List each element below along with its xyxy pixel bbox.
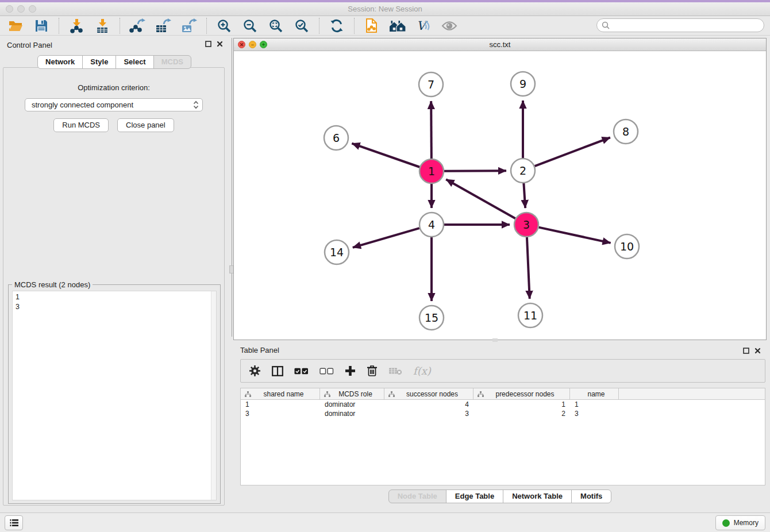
column-header-predecessor-nodes[interactable]: predecessor nodes xyxy=(473,388,570,399)
graph-node-label: 15 xyxy=(425,311,438,324)
column-type-icon xyxy=(245,391,251,397)
network-window-titlebar[interactable]: ✕ − + scc.txt xyxy=(234,38,766,51)
cell-name: 1 xyxy=(570,400,619,408)
network-resize-grip[interactable] xyxy=(492,338,498,342)
graph-edge-2-3[interactable] xyxy=(523,183,525,208)
apply-layout-icon[interactable] xyxy=(328,17,345,34)
cell-name: 3 xyxy=(570,410,619,418)
memory-button[interactable]: Memory xyxy=(715,515,765,530)
node-table: shared name MCDS role successor nodes pr… xyxy=(240,388,765,485)
import-table-icon[interactable] xyxy=(94,17,111,34)
column-header-mcds-role[interactable]: MCDS role xyxy=(320,388,384,399)
zoom-fit-icon[interactable] xyxy=(267,17,284,34)
hide-panel-eye-icon[interactable] xyxy=(441,17,458,34)
network-from-selection-icon[interactable] xyxy=(363,17,380,34)
graph-node-label: 8 xyxy=(622,125,629,138)
tab-motifs[interactable]: Motifs xyxy=(571,489,611,503)
graph-node-label: 3 xyxy=(523,218,530,231)
table-row[interactable]: 1 dominator 4 1 1 xyxy=(241,400,765,409)
deselect-all-rows-icon[interactable] xyxy=(319,368,334,375)
graph-node-label: 10 xyxy=(620,240,634,253)
table-toolbar: f(x) xyxy=(240,359,765,383)
close-panel-icon[interactable] xyxy=(754,348,761,354)
graph-node-label: 4 xyxy=(428,218,435,231)
dropdown-value: strongly connected component xyxy=(32,101,193,109)
column-header-shared-name[interactable]: shared name xyxy=(241,388,320,399)
close-panel-icon[interactable] xyxy=(217,41,223,47)
status-bar: Memory xyxy=(0,512,770,532)
control-panel-title: Control Panel xyxy=(7,41,52,49)
toolbar-separator xyxy=(319,18,319,34)
search-input[interactable] xyxy=(613,20,764,31)
tab-node-table[interactable]: Node Table xyxy=(388,489,446,503)
zoom-selected-icon[interactable] xyxy=(293,17,310,34)
result-scrollbar[interactable] xyxy=(211,291,216,500)
column-type-icon xyxy=(324,391,330,397)
export-table-icon[interactable] xyxy=(155,17,172,34)
mcds-result-group: MCDS result (2 nodes) 1 3 xyxy=(8,284,221,504)
dropdown-stepper-icon xyxy=(193,101,199,109)
cell-successor-nodes: 3 xyxy=(384,410,473,418)
cell-shared-name: 1 xyxy=(241,400,320,408)
titlebar: Session: New Session xyxy=(0,2,770,16)
delete-table-icon[interactable] xyxy=(388,367,402,375)
tab-network-table[interactable]: Network Table xyxy=(503,489,572,503)
export-image-icon[interactable] xyxy=(180,17,198,34)
graph-edge-2-8[interactable] xyxy=(535,137,610,166)
zoom-out-icon[interactable] xyxy=(241,17,259,34)
cell-shared-name: 3 xyxy=(241,410,320,418)
tab-select[interactable]: Select xyxy=(116,55,153,69)
home-icon[interactable] xyxy=(389,17,406,34)
graph-node-label: 11 xyxy=(523,309,537,322)
toolbar-separator xyxy=(354,18,355,34)
column-header-successor-nodes[interactable]: successor nodes xyxy=(384,388,473,399)
select-all-rows-icon[interactable] xyxy=(294,368,309,375)
export-network-icon[interactable] xyxy=(129,17,146,34)
tab-edge-table[interactable]: Edge Table xyxy=(446,489,503,503)
tab-network[interactable]: Network xyxy=(37,55,83,69)
graph-edge-3-11[interactable] xyxy=(527,237,530,299)
toggle-panel-layout-icon[interactable] xyxy=(272,366,283,376)
task-history-button[interactable] xyxy=(5,515,23,530)
control-panel-tabs: Network Style Select MCDS xyxy=(0,55,229,69)
optimization-criterion-dropdown[interactable]: strongly connected component xyxy=(25,98,203,111)
network-graph[interactable]: 7968124314101511 xyxy=(234,51,766,340)
toolbar-separator xyxy=(120,18,120,34)
graph-edge-1-7[interactable] xyxy=(431,101,432,159)
show-graphics-details-icon[interactable]: V xyxy=(415,17,432,34)
zoom-in-icon[interactable] xyxy=(215,17,233,34)
float-panel-icon[interactable] xyxy=(205,41,211,47)
tab-mcds[interactable]: MCDS xyxy=(153,55,191,69)
graph-edge-3-1[interactable] xyxy=(446,179,515,218)
result-line: 3 xyxy=(16,302,213,312)
column-type-icon xyxy=(388,391,395,397)
run-mcds-button[interactable]: Run MCDS xyxy=(53,118,109,132)
graph-edge-3-10[interactable] xyxy=(538,228,610,243)
open-session-icon[interactable] xyxy=(7,17,24,34)
column-header-name[interactable]: name xyxy=(570,388,619,399)
mcds-result-box[interactable]: 1 3 xyxy=(12,291,217,500)
search-box[interactable] xyxy=(596,18,764,32)
graph-node-label: 2 xyxy=(519,164,526,177)
toolbar-separator xyxy=(59,18,59,34)
float-panel-icon[interactable] xyxy=(743,348,749,354)
graph-edge-1-6[interactable] xyxy=(352,144,419,167)
import-network-icon[interactable] xyxy=(68,17,85,34)
apply-function-icon[interactable]: f(x) xyxy=(413,365,431,377)
tab-style[interactable]: Style xyxy=(82,55,116,69)
add-column-icon[interactable] xyxy=(345,365,356,376)
column-type-icon xyxy=(478,391,484,397)
delete-columns-trash-icon[interactable] xyxy=(367,365,378,377)
save-session-icon[interactable] xyxy=(33,17,50,34)
close-panel-button[interactable]: Close panel xyxy=(117,118,174,132)
table-settings-gear-icon[interactable] xyxy=(249,365,261,377)
graph-edge-1-2[interactable] xyxy=(444,171,506,171)
table-panel: Table Panel f(x) xyxy=(233,342,767,511)
cell-predecessor-nodes: 2 xyxy=(473,410,570,418)
graph-edge-4-14[interactable] xyxy=(353,228,419,248)
window-title: Session: New Session xyxy=(0,5,770,13)
optimization-criterion-label: Optimization criterion: xyxy=(3,83,224,92)
mcds-result-title: MCDS result (2 nodes) xyxy=(12,280,93,289)
table-row[interactable]: 3 dominator 3 2 3 xyxy=(241,409,765,418)
mcds-panel: Optimization criterion: strongly connect… xyxy=(3,67,225,506)
